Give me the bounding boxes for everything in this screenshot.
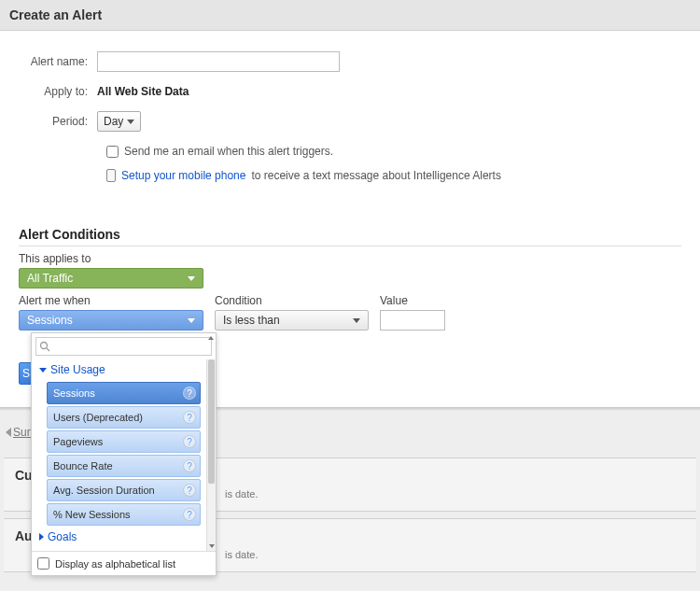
alert-when-dropdown[interactable]: Sessions [19, 310, 203, 331]
email-checkbox[interactable] [106, 146, 119, 158]
chevron-left-icon [6, 428, 11, 437]
help-icon[interactable]: ? [183, 459, 196, 472]
phone-icon [106, 169, 116, 182]
breadcrumb: Sun [6, 426, 33, 439]
metric-picker-panel: Site Usage Sessions? Users (Deprecated)?… [31, 332, 217, 576]
applies-to-value: All Traffic [27, 272, 73, 285]
condition-value: Is less than [223, 314, 280, 327]
apply-to-value: All Web Site Data [97, 85, 189, 98]
chevron-down-icon [209, 544, 215, 548]
metric-group-label: Site Usage [50, 363, 105, 376]
alert-conditions-section: Alert Conditions This applies to All Tra… [0, 227, 700, 331]
metric-item-pageviews[interactable]: Pageviews? [47, 430, 201, 453]
chevron-down-icon [188, 318, 195, 323]
metric-search-input[interactable] [35, 337, 212, 356]
custom-alerts-note: is date. [225, 488, 685, 500]
divider [19, 246, 681, 246]
chevron-right-icon [39, 533, 44, 541]
auto-alerts-note: is date. [225, 549, 685, 560]
scrollbar-thumb[interactable] [208, 359, 215, 484]
save-button[interactable]: S [19, 362, 32, 385]
page-title: Create an Alert [0, 0, 700, 31]
setup-phone-link[interactable]: Setup your mobile phone [121, 169, 245, 182]
metric-group-site-usage[interactable]: Site Usage [37, 359, 201, 380]
period-select[interactable]: Day [97, 111, 141, 132]
help-icon[interactable]: ? [183, 387, 196, 400]
scrollbar[interactable] [206, 359, 216, 551]
metric-item-new-sessions[interactable]: % New Sessions? [47, 503, 201, 526]
chevron-down-icon [39, 368, 47, 373]
metric-list: Site Usage Sessions? Users (Deprecated)?… [32, 359, 206, 551]
svg-point-0 [41, 343, 48, 349]
condition-label: Condition [215, 294, 369, 307]
search-icon [39, 341, 50, 352]
chevron-down-icon [188, 276, 195, 281]
metric-group-label: Goals [48, 530, 77, 543]
svg-line-1 [47, 348, 49, 351]
metric-item-avg-session[interactable]: Avg. Session Duration? [47, 479, 201, 501]
metric-item-sessions[interactable]: Sessions? [47, 382, 201, 404]
alert-name-input[interactable] [97, 51, 340, 72]
help-icon[interactable]: ? [183, 508, 196, 521]
help-icon[interactable]: ? [183, 411, 196, 424]
alert-form: Alert name: Apply to: All Web Site Data … [0, 31, 700, 191]
applies-to-dropdown[interactable]: All Traffic [19, 268, 203, 288]
collapse-up-icon[interactable] [208, 336, 214, 340]
alphabetical-label: Display as alphabetical list [55, 558, 175, 570]
chevron-down-icon [127, 120, 134, 124]
metric-group-goals[interactable]: Goals [37, 528, 201, 547]
phone-suffix-text: to receive a text message about Intellig… [251, 169, 501, 182]
metric-item-users[interactable]: Users (Deprecated)? [47, 406, 201, 429]
alert-name-label: Alert name: [19, 55, 97, 68]
applies-to-label: This applies to [19, 252, 203, 265]
alert-when-value: Sessions [27, 314, 73, 327]
period-value: Day [104, 115, 123, 128]
apply-to-label: Apply to: [19, 85, 97, 98]
alert-conditions-heading: Alert Conditions [19, 227, 681, 242]
alphabetical-checkbox[interactable] [37, 557, 49, 570]
email-checkbox-label: Send me an email when this alert trigger… [124, 145, 333, 158]
help-icon[interactable]: ? [183, 435, 196, 448]
alert-when-label: Alert me when [19, 294, 203, 307]
chevron-down-icon [353, 318, 360, 323]
value-label: Value [380, 294, 445, 307]
condition-dropdown[interactable]: Is less than [215, 310, 369, 331]
help-icon[interactable]: ? [183, 484, 196, 497]
value-input[interactable] [380, 310, 445, 331]
metric-item-bounce-rate[interactable]: Bounce Rate? [47, 455, 201, 477]
period-label: Period: [19, 115, 97, 128]
